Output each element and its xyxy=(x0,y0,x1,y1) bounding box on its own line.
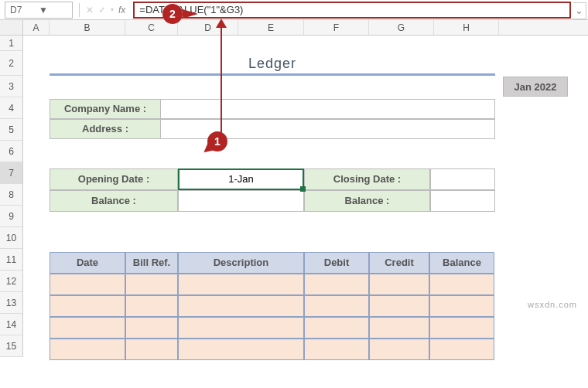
row-header-1[interactable]: 1 xyxy=(0,36,22,51)
active-cell-d7[interactable]: 1-Jan xyxy=(178,168,304,190)
row-header-11[interactable]: 11 xyxy=(0,249,22,271)
table-row xyxy=(50,274,495,295)
balance-right-label: Balance : xyxy=(304,190,430,212)
sheet-area[interactable]: Ledger Jan 2022 Company Name : Address :… xyxy=(23,36,588,357)
row-header-12[interactable]: 12 xyxy=(0,271,22,292)
balance-left-label: Balance : xyxy=(50,190,178,212)
address-label: Address : xyxy=(50,119,161,139)
col-header-f[interactable]: F xyxy=(304,20,369,35)
table-row xyxy=(50,317,495,339)
row-header-3[interactable]: 3 xyxy=(0,76,22,97)
opening-date-label: Opening Date : xyxy=(50,168,178,190)
table-header-row: Date Bill Ref. Description Debit Credit … xyxy=(50,252,495,274)
spreadsheet-grid: A B C D E F G H 1 2 3 4 5 6 7 8 9 10 11 … xyxy=(0,20,588,357)
fill-handle[interactable] xyxy=(300,186,306,192)
row-header-15[interactable]: 15 xyxy=(0,335,22,357)
th-bill[interactable]: Bill Ref. xyxy=(125,252,178,274)
balance-left-value[interactable] xyxy=(178,190,304,212)
enter-icon[interactable]: ✓ xyxy=(98,5,106,15)
row-header-14[interactable]: 14 xyxy=(0,314,22,335)
name-box[interactable]: D7 ▼ xyxy=(5,2,73,19)
th-description[interactable]: Description xyxy=(178,252,304,274)
cancel-icon[interactable]: ✕ xyxy=(86,5,94,15)
balance-row: Balance : Balance : xyxy=(50,190,495,212)
annotation-arrow-line xyxy=(220,23,222,148)
formula-bar-row: D7 ▼ ✕ ✓ ▾ fx =DATEVALUE("1"&G3) ⌄ xyxy=(0,0,588,20)
callout-2: 2 xyxy=(162,4,183,24)
col-header-h[interactable]: H xyxy=(434,20,499,35)
th-date[interactable]: Date xyxy=(50,252,125,274)
active-cell-value: 1-Jan xyxy=(228,173,254,185)
name-box-value: D7 xyxy=(10,5,39,15)
row-header-5[interactable]: 5 xyxy=(0,119,22,141)
row-header-13[interactable]: 13 xyxy=(0,292,22,314)
company-name-value[interactable] xyxy=(161,99,495,119)
fx-icon[interactable]: fx xyxy=(118,5,125,15)
ledger-table: Date Bill Ref. Description Debit Credit … xyxy=(50,252,495,360)
col-header-a[interactable]: A xyxy=(23,20,50,35)
table-row xyxy=(50,339,495,360)
chevron-down-icon[interactable]: ▾ xyxy=(111,6,114,13)
company-name-label: Company Name : xyxy=(50,99,161,119)
col-header-b[interactable]: B xyxy=(50,20,125,35)
month-cell[interactable]: Jan 2022 xyxy=(503,77,568,97)
closing-date-label: Closing Date : xyxy=(304,168,430,190)
col-header-d[interactable]: D xyxy=(178,20,238,35)
company-row: Company Name : xyxy=(50,99,495,119)
row-header-9[interactable]: 9 xyxy=(0,206,22,227)
address-row: Address : xyxy=(50,119,495,139)
th-credit[interactable]: Credit xyxy=(369,252,429,274)
expand-formula-icon[interactable]: ⌄ xyxy=(573,2,586,19)
col-header-e[interactable]: E xyxy=(238,20,304,35)
balance-right-value[interactable] xyxy=(430,190,495,212)
watermark: wsxdn.com xyxy=(528,300,577,309)
row-header-4[interactable]: 4 xyxy=(0,97,22,119)
row-header-2[interactable]: 2 xyxy=(0,51,22,76)
row-header-7[interactable]: 7 xyxy=(0,162,22,184)
row-header-10[interactable]: 10 xyxy=(0,227,22,249)
row-headers: 1 2 3 4 5 6 7 8 9 10 11 12 13 14 15 xyxy=(0,36,23,357)
closing-date-value[interactable] xyxy=(430,168,495,190)
column-headers: A B C D E F G H xyxy=(0,20,588,36)
ledger-title: Ledger xyxy=(50,51,495,76)
col-header-g[interactable]: G xyxy=(369,20,434,35)
name-box-dropdown-icon[interactable]: ▼ xyxy=(39,5,67,15)
th-debit[interactable]: Debit xyxy=(304,252,369,274)
th-balance[interactable]: Balance xyxy=(429,252,494,274)
formula-input[interactable]: =DATEVALUE("1"&G3) ⌄ xyxy=(133,2,571,19)
separator xyxy=(79,3,80,17)
row-header-8[interactable]: 8 xyxy=(0,184,22,206)
annotation-arrow-head-icon xyxy=(216,19,227,28)
table-row xyxy=(50,295,495,317)
row-header-6[interactable]: 6 xyxy=(0,141,22,162)
select-all-triangle[interactable] xyxy=(0,20,23,35)
callout-1: 1 xyxy=(207,131,227,151)
